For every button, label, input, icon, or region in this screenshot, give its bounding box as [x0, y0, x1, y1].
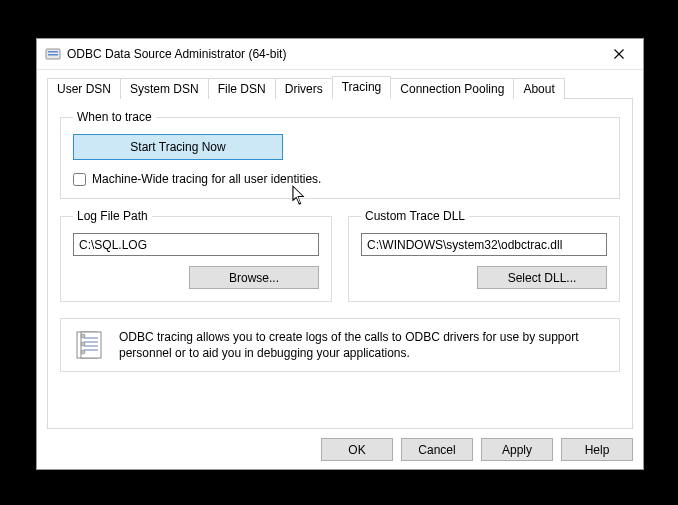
titlebar[interactable]: ODBC Data Source Administrator (64-bit) — [37, 39, 643, 70]
description-box: ODBC tracing allows you to create logs o… — [60, 318, 620, 372]
tab-tracing[interactable]: Tracing — [332, 76, 392, 99]
start-tracing-button[interactable]: Start Tracing Now — [73, 134, 283, 160]
tab-connection-pooling[interactable]: Connection Pooling — [390, 78, 514, 99]
group-when-to-trace: When to trace Start Tracing Now Machine-… — [60, 110, 620, 199]
close-icon — [614, 49, 624, 59]
when-to-trace-legend: When to trace — [73, 110, 156, 124]
client-area: User DSN System DSN File DSN Drivers Tra… — [37, 70, 643, 469]
svg-point-12 — [81, 342, 85, 346]
svg-point-11 — [81, 334, 85, 338]
dialog-button-row: OK Cancel Apply Help — [47, 429, 633, 461]
svg-point-13 — [81, 350, 85, 354]
dialog-window: ODBC Data Source Administrator (64-bit) … — [36, 38, 644, 470]
tab-drivers[interactable]: Drivers — [275, 78, 333, 99]
tab-panel-tracing: When to trace Start Tracing Now Machine-… — [47, 98, 633, 429]
cancel-button[interactable]: Cancel — [401, 438, 473, 461]
tab-user-dsn[interactable]: User DSN — [47, 78, 121, 99]
description-text: ODBC tracing allows you to create logs o… — [119, 329, 607, 361]
custom-trace-dll-legend: Custom Trace DLL — [361, 209, 469, 223]
tab-system-dsn[interactable]: System DSN — [120, 78, 209, 99]
svg-rect-1 — [48, 51, 58, 53]
select-dll-button[interactable]: Select DLL... — [477, 266, 607, 289]
ok-button[interactable]: OK — [321, 438, 393, 461]
help-button[interactable]: Help — [561, 438, 633, 461]
apply-button[interactable]: Apply — [481, 438, 553, 461]
svg-rect-2 — [48, 54, 58, 56]
log-file-path-legend: Log File Path — [73, 209, 152, 223]
app-icon — [45, 46, 61, 62]
tab-row: User DSN System DSN File DSN Drivers Tra… — [47, 76, 633, 98]
log-file-path-input[interactable] — [73, 233, 319, 256]
custom-trace-dll-input[interactable] — [361, 233, 607, 256]
tab-file-dsn[interactable]: File DSN — [208, 78, 276, 99]
machine-wide-container[interactable]: Machine-Wide tracing for all user identi… — [73, 172, 607, 186]
group-log-file-path: Log File Path Browse... — [60, 209, 332, 302]
group-custom-trace-dll: Custom Trace DLL Select DLL... — [348, 209, 620, 302]
tab-about[interactable]: About — [513, 78, 564, 99]
document-icon — [73, 329, 105, 361]
browse-button[interactable]: Browse... — [189, 266, 319, 289]
close-button[interactable] — [597, 40, 641, 68]
machine-wide-checkbox[interactable] — [73, 173, 86, 186]
machine-wide-label: Machine-Wide tracing for all user identi… — [92, 172, 321, 186]
window-title: ODBC Data Source Administrator (64-bit) — [67, 47, 597, 61]
